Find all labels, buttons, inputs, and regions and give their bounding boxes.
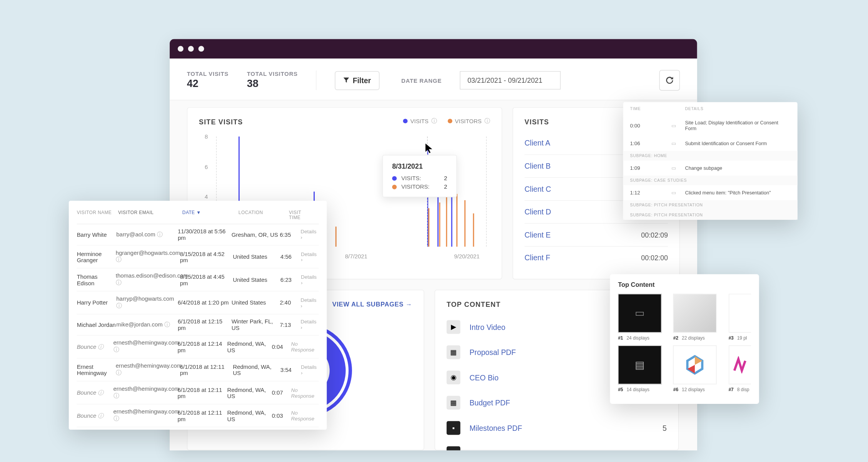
log-time: 0:00 — [630, 123, 671, 129]
info-icon: ⓘ — [116, 280, 122, 286]
content-name[interactable]: Milestones PDF — [469, 424, 653, 432]
content-thumb-icon: ▦ — [447, 345, 461, 359]
top-content-row[interactable]: ▪Sales proposal video5 — [447, 440, 667, 450]
stat-total-visits: TOTAL VISITS 42 — [187, 70, 229, 90]
visit-row[interactable]: Client F00:02:00 — [524, 246, 668, 269]
top-stats-bar: TOTAL VISITS 42 TOTAL VISITORS 38 Filter… — [170, 59, 697, 100]
log-subpage-header: SUBPAGE: PITCH PRESENTATION — [623, 210, 798, 219]
content-thumb-icon: ▶ — [447, 320, 461, 334]
info-icon: ⓘ — [431, 117, 437, 125]
content-thumb-icon: ▪ — [447, 421, 461, 435]
visit-location: Redmond, WA, US — [233, 363, 280, 376]
table-row[interactable]: Bounce ⓘernesth@hemingway.com ⓘ6/1/2018 … — [77, 382, 319, 405]
visitor-name: Michael Jordan — [77, 321, 117, 328]
visitor-name: Harry Potter — [77, 300, 117, 306]
visit-client-name[interactable]: Client B — [524, 162, 551, 170]
visit-duration: 00:02:09 — [641, 231, 668, 239]
table-row[interactable]: Thomas Edisonthomas.edison@edison.com ⓘ8… — [77, 268, 319, 291]
refresh-button[interactable] — [659, 70, 680, 91]
details-link[interactable]: Details › — [301, 274, 319, 285]
visit-location: United States — [233, 254, 280, 260]
table-row[interactable]: Michael Jordanmike@jordan.com ⓘ6/1/2018 … — [77, 315, 319, 336]
legend-visits: VISITSⓘ — [403, 117, 437, 125]
visitor-email: ernesth@hemingway.com ⓘ — [114, 408, 178, 423]
date-range-input[interactable] — [460, 71, 561, 90]
content-name[interactable]: Sales proposal video — [469, 449, 653, 450]
log-detail: Clicked menu item: "Pitch Presentation" — [685, 190, 791, 196]
visitor-name: Barry White — [77, 231, 117, 238]
table-row[interactable]: Harry Potterharryp@hogwarts.com ⓘ6/4/201… — [77, 291, 319, 315]
details-link[interactable]: Details › — [301, 251, 319, 263]
document-icon: ▤ — [618, 345, 661, 384]
log-time: 1:12 — [630, 190, 671, 196]
filter-button[interactable]: Filter — [335, 71, 379, 90]
visit-location: United States — [233, 276, 280, 283]
stat-total-visitors: TOTAL VISITORS 38 — [247, 70, 298, 90]
log-type-icon: ▭ — [671, 123, 685, 129]
grid-cell[interactable]: ▭#124 displays — [618, 294, 665, 341]
visit-client-name[interactable]: Client F — [524, 254, 550, 262]
filter-button-label: Filter — [353, 76, 371, 84]
window-close-dot[interactable] — [178, 46, 184, 52]
visitor-email: ernesth@hemingway.com ⓘ — [114, 340, 178, 354]
info-icon: ⓘ — [164, 321, 170, 327]
content-thumb-icon: ▪ — [447, 446, 461, 450]
table-row[interactable]: Herminoe Grangerhgranger@hogwarts.com ⓘ8… — [77, 246, 319, 269]
grid-cell[interactable]: #78 disp — [728, 345, 751, 392]
info-icon: ⓘ — [98, 343, 103, 350]
grid-cell[interactable]: #319 pl — [728, 294, 751, 341]
info-icon: ⓘ — [114, 392, 119, 398]
chart-tooltip: 8/31/2021 VISITS:2 VISITORS:2 — [382, 155, 457, 197]
visit-client-name[interactable]: Client D — [524, 208, 551, 216]
grid-cell[interactable]: ▤#514 displays — [618, 345, 665, 392]
presentation-icon: ▭ — [618, 294, 661, 333]
view-all-subpages-link[interactable]: VIEW ALL SUBPAGES → — [332, 301, 412, 308]
visit-client-name[interactable]: Client C — [524, 185, 551, 193]
visit-location: United States — [232, 300, 280, 306]
log-row: 1:12▭Clicked menu item: "Pitch Presentat… — [623, 185, 798, 200]
grid-cell[interactable]: #222 displays — [673, 294, 721, 341]
visit-location: Winter Park, FL, US — [232, 318, 280, 331]
no-response-label: No Response — [291, 341, 319, 353]
visit-location: Redmond, WA, US — [227, 409, 272, 422]
details-link[interactable]: Details › — [300, 297, 319, 308]
logo-thumb-icon — [728, 345, 751, 384]
info-icon: ⓘ — [116, 256, 122, 263]
y-tick: 6 — [205, 164, 208, 170]
info-icon: ⓘ — [114, 346, 119, 353]
table-row[interactable]: Bounce ⓘernesth@hemingway.com ⓘ6/1/2018 … — [77, 336, 319, 359]
table-row[interactable]: Ernest Hemingwayernesth@hemingway.com ⓘ6… — [77, 358, 319, 382]
visit-duration: 0:03 — [272, 412, 291, 418]
visitor-email: harryp@hogwarts.com ⓘ — [116, 295, 178, 310]
visit-duration: 0:04 — [272, 344, 291, 350]
visit-duration: 7:13 — [280, 321, 300, 328]
visit-client-name[interactable]: Client E — [524, 231, 551, 239]
y-tick: 8 — [205, 133, 208, 139]
visit-date: 6/1/2018 at 12:14 pm — [177, 340, 227, 353]
grid-cell[interactable]: #612 displays — [673, 345, 721, 392]
stat-label: TOTAL VISITORS — [247, 70, 298, 77]
top-content-row[interactable]: ▪Milestones PDF5 — [447, 415, 667, 441]
visit-date: 6/4/2018 at 1:20 pm — [178, 300, 232, 306]
sort-date-column[interactable]: DATE ▼ — [182, 210, 239, 220]
details-link[interactable]: Details › — [300, 319, 319, 330]
x-tick: 8/7/2021 — [345, 253, 367, 259]
divider — [316, 70, 316, 90]
visitor-email: ernesth@hemingway.com ⓘ — [114, 385, 178, 400]
window-min-dot[interactable] — [188, 46, 194, 52]
tooltip-date: 8/31/2021 — [392, 162, 447, 171]
visit-date: 8/15/2018 at 4:52 pm — [180, 250, 233, 263]
visitor-name: Thomas Edison — [77, 273, 116, 286]
details-link[interactable]: Details › — [301, 364, 319, 375]
visit-row[interactable]: Client E00:02:09 — [524, 223, 668, 246]
visit-location: Gresham, OR, US — [232, 231, 280, 238]
table-row[interactable]: Barry Whitebarry@aol.com ⓘ11/30/2018 at … — [77, 224, 319, 246]
log-subpage-header: SUBPAGE: PITCH PRESENTATION — [623, 200, 798, 210]
visitor-name: Ernest Hemingway — [77, 363, 116, 376]
log-row: 1:09▭Change subpage — [623, 161, 798, 176]
table-row[interactable]: Bounce ⓘernesth@hemingway.com ⓘ6/1/2018 … — [77, 404, 319, 427]
details-link[interactable]: Details › — [300, 229, 319, 241]
visit-client-name[interactable]: Client A — [524, 139, 550, 147]
no-response-label: No Response — [291, 410, 319, 422]
window-max-dot[interactable] — [199, 46, 204, 52]
